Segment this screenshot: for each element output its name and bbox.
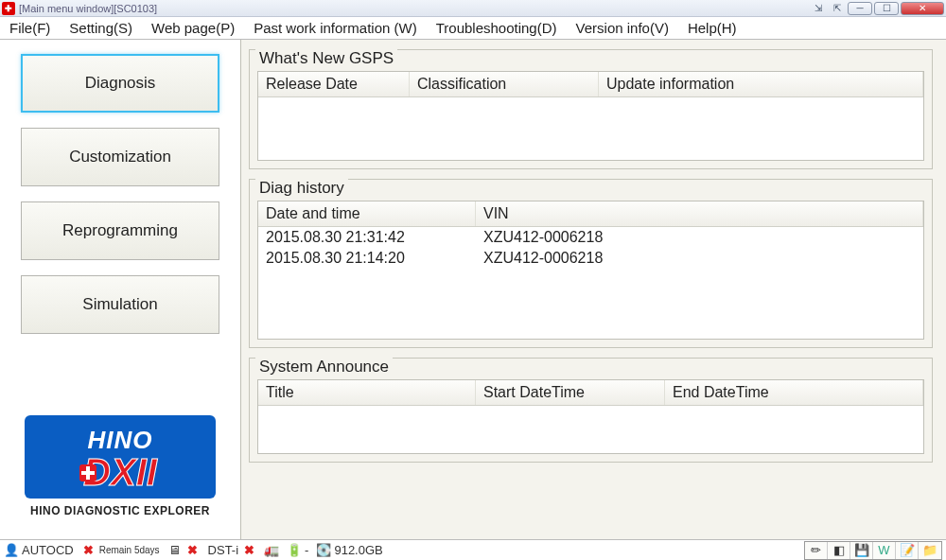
col-datetime[interactable]: Date and time [258, 201, 476, 226]
col-start[interactable]: Start DateTime [476, 380, 665, 405]
status-disk: 💽 912.0GB [316, 543, 382, 558]
edit-icon: 📝 [900, 543, 915, 557]
panel-whatsnew: What's New GSPS Release Date Classificat… [249, 49, 933, 169]
folder-icon: 📁 [922, 543, 937, 557]
disk-icon: 💽 [316, 543, 331, 558]
tool-w[interactable]: W [873, 542, 896, 559]
panel-whatsnew-title: What's New GSPS [255, 49, 397, 68]
menu-setting[interactable]: Setting(S) [60, 18, 142, 38]
eraser-icon: ◧ [833, 543, 845, 557]
status-server: 🖥 ✖ [167, 543, 201, 558]
battery-icon: 🔋 [287, 543, 302, 558]
menu-version[interactable]: Version info(V) [567, 18, 678, 38]
close-button[interactable]: ✕ [901, 2, 944, 15]
minimize-button[interactable]: ─ [848, 2, 872, 15]
col-update-info[interactable]: Update information [599, 72, 923, 96]
cell-vin: XZU412-0006218 [476, 248, 923, 269]
pencil-icon: ✏ [811, 543, 821, 557]
menu-pastwork[interactable]: Past work information (W) [244, 18, 427, 38]
menu-bar: File(F) Setting(S) Web page(P) Past work… [0, 17, 946, 40]
panel-system-announce: System Announce Title Start DateTime End… [249, 358, 933, 463]
truck-icon: 🚛 [264, 543, 279, 558]
warning-icon: ✖ [81, 543, 96, 558]
content-area: Diagnosis Customization Reprogramming Si… [0, 40, 946, 539]
menu-help[interactable]: Help(H) [678, 18, 746, 38]
nav-simulation[interactable]: Simulation [21, 275, 219, 334]
battery-dash: - [305, 543, 308, 557]
menu-troubleshooting[interactable]: Troubleshooting(D) [427, 18, 567, 38]
nav-diagnosis-label: Diagnosis [85, 74, 156, 93]
cell-datetime: 2015.08.30 21:31:42 [258, 227, 476, 248]
nav-reprogramming[interactable]: Reprogramming [21, 201, 219, 260]
cell-datetime: 2015.08.30 21:14:20 [258, 248, 476, 269]
col-release-date[interactable]: Release Date [258, 72, 410, 96]
panel-diag-title: Diag history [255, 179, 348, 198]
nav-reprogramming-label: Reprogramming [62, 221, 178, 240]
window-title: [Main menu window][SC0103] [19, 3, 157, 14]
whatsnew-body [258, 97, 923, 160]
announce-table: Title Start DateTime End DateTime [257, 379, 924, 454]
menu-webpage[interactable]: Web page(P) [142, 18, 244, 38]
logo-tagline: HINO DIAGNOSTIC EXPLORER [30, 504, 210, 517]
app-logo: HINO DXII HINO DIAGNOSTIC EXPLORER [21, 411, 219, 525]
col-vin[interactable]: VIN [476, 201, 923, 226]
tool-pencil[interactable]: ✏ [805, 542, 828, 559]
nav-customization[interactable]: Customization [21, 128, 219, 186]
nav-simulation-label: Simulation [82, 295, 157, 314]
panel-diag-history: Diag history Date and time VIN 2015.08.3… [249, 179, 933, 348]
x-icon: ✖ [185, 543, 201, 558]
status-battery: 🔋 - [287, 543, 308, 558]
status-truck: 🚛 [264, 543, 279, 558]
expand-up-icon[interactable]: ⇱ [829, 2, 846, 15]
expand-down-icon[interactable]: ⇲ [810, 2, 827, 15]
col-title[interactable]: Title [258, 380, 476, 405]
menu-file[interactable]: File(F) [0, 18, 60, 38]
user-icon: 👤 [4, 543, 19, 558]
announce-body [258, 406, 923, 453]
main-panel: What's New GSPS Release Date Classificat… [241, 40, 946, 539]
status-dst: DST-i ✖ [208, 543, 257, 558]
tool-save[interactable]: 💾 [850, 542, 873, 559]
logo-product: DXII [83, 455, 157, 489]
tool-eraser[interactable]: ◧ [828, 542, 850, 559]
col-classification[interactable]: Classification [410, 72, 599, 96]
sidebar: Diagnosis Customization Reprogramming Si… [0, 40, 241, 539]
app-icon: ✚ [2, 2, 15, 15]
tool-folder[interactable]: 📁 [919, 542, 941, 559]
status-bar: 👤 AUTOCD ✖ Remain 5days 🖥 ✖ DST-i ✖ 🚛 🔋 … [0, 539, 946, 560]
status-user-label: AUTOCD [22, 543, 74, 557]
table-row[interactable]: 2015.08.30 21:14:20 XZU412-0006218 [258, 248, 923, 269]
nav-customization-label: Customization [69, 148, 171, 166]
status-dst-label: DST-i [208, 543, 239, 557]
status-user: 👤 AUTOCD [4, 543, 74, 558]
col-end[interactable]: End DateTime [665, 380, 923, 405]
server-icon: 🖥 [167, 543, 183, 558]
status-toolbar: ✏ ◧ 💾 W 📝 📁 [804, 541, 942, 560]
cross-icon [79, 464, 96, 481]
w-icon: W [878, 543, 889, 557]
status-remain-label: Remain 5days [99, 546, 160, 555]
whatsnew-table: Release Date Classification Update infor… [257, 71, 924, 161]
cell-vin: XZU412-0006218 [476, 227, 923, 248]
save-icon: 💾 [854, 543, 869, 557]
tool-edit[interactable]: 📝 [896, 542, 919, 559]
title-bar: ✚ [Main menu window][SC0103] ⇲ ⇱ ─ ☐ ✕ [0, 0, 946, 17]
diag-table: Date and time VIN 2015.08.30 21:31:42 XZ… [257, 201, 924, 340]
nav-diagnosis[interactable]: Diagnosis [21, 54, 219, 113]
status-remain: ✖ Remain 5days [81, 543, 160, 558]
diag-body: 2015.08.30 21:31:42 XZU412-0006218 2015.… [258, 227, 923, 339]
status-disk-label: 912.0GB [334, 543, 382, 557]
panel-announce-title: System Announce [255, 358, 393, 376]
table-row[interactable]: 2015.08.30 21:31:42 XZU412-0006218 [258, 227, 923, 248]
x-icon: ✖ [241, 543, 256, 558]
maximize-button[interactable]: ☐ [874, 2, 899, 15]
